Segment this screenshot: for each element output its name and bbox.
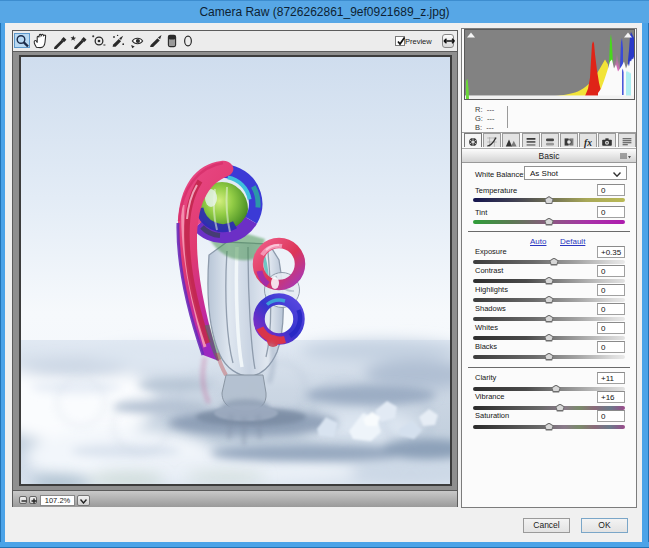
- svg-text:fx: fx: [584, 138, 592, 148]
